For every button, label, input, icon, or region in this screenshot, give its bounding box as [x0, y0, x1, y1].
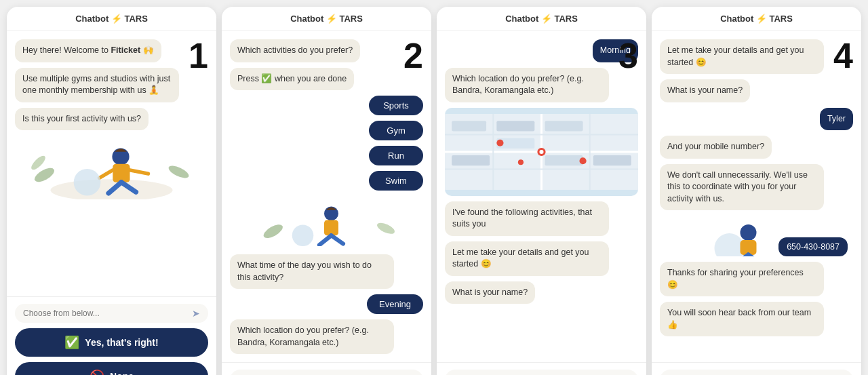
option-gym[interactable]: Gym [369, 121, 423, 140]
chat-input-area-2: ➤ [222, 362, 431, 375]
bubble-info: Use multiple gyms and studios with just … [15, 68, 179, 102]
svg-point-11 [262, 222, 285, 241]
no-icon: 🚫 [90, 369, 104, 375]
illustration-1 [15, 138, 208, 199]
svg-line-8 [100, 170, 113, 178]
step-number-4: 4 [833, 38, 853, 73]
bubble-name-q-3: What is your name? [445, 281, 535, 304]
svg-rect-5 [113, 164, 130, 182]
bubble-question: Is this your first activity with us? [15, 108, 149, 131]
bubble-welcome: Hey there! Welcome to Fiticket 🙌 [15, 39, 161, 62]
step-number-2: 2 [403, 38, 423, 73]
svg-rect-29 [452, 155, 490, 165]
bubble-time: What time of the day you wish to do this… [230, 254, 394, 289]
svg-point-10 [74, 169, 101, 196]
illustration-2 [230, 199, 423, 246]
chat-header-2: Chatbot ⚡ TARS [222, 7, 431, 31]
step-number-3: 3 [618, 38, 638, 73]
chat-input-area-3: ➤ [437, 362, 646, 375]
svg-rect-30 [545, 155, 583, 165]
bubble-done: Press ✅ when you are done [230, 68, 354, 91]
svg-rect-25 [452, 121, 486, 131]
chat-card-3: Chatbot ⚡ TARS 3 Morning Which location … [437, 7, 646, 375]
option-run[interactable]: Run [369, 146, 423, 165]
step-number-1: 1 [189, 38, 208, 73]
svg-line-9 [130, 170, 149, 174]
map-container: Burlingame, CA, USA [445, 108, 638, 196]
svg-point-3 [167, 163, 191, 180]
chat-header-3: Chatbot ⚡ TARS [437, 7, 646, 31]
input-row-3[interactable]: ➤ [445, 370, 638, 375]
bubble-thanks-pref: Thanks for sharing your preferences 😊 [660, 262, 824, 296]
chat-input-area-1: ➤ ✅ Yes, that's right! 🚫 Nope [7, 296, 216, 375]
header-label-4: Chatbot ⚡ TARS [720, 14, 793, 24]
chat-header-1: Chatbot ⚡ TARS [7, 7, 216, 31]
chat-card-1: Chatbot ⚡ TARS 1 Hey there! Welcome to F… [7, 7, 216, 375]
bubble-tyler: Tyler [820, 108, 853, 131]
header-label-1: Chatbot ⚡ TARS [75, 14, 148, 24]
bubble-activities: Which activities do you prefer? [230, 39, 360, 62]
bubble-no-call: We don't call unnecessarily. We'll use t… [660, 164, 824, 211]
bubble-found: I've found the following activities, tha… [445, 201, 609, 236]
no-label: Nope [110, 371, 134, 375]
yes-icon: ✅ [64, 335, 79, 350]
chat-input-1[interactable] [23, 309, 188, 318]
send-button-1[interactable]: ➤ [192, 308, 200, 319]
chat-card-2: Chatbot ⚡ TARS 2 Which activities do you… [222, 7, 431, 375]
svg-point-17 [292, 225, 314, 247]
svg-rect-27 [545, 121, 583, 131]
bubble-name-q-4: What is your name? [660, 79, 750, 102]
bubble-details-4: Let me take your details and get you sta… [660, 39, 824, 74]
illustration-4-area: 650-430-8087 [660, 216, 853, 256]
svg-point-34 [496, 139, 503, 146]
svg-point-36 [518, 159, 524, 165]
chat-input-area-4: ➤ [652, 362, 861, 375]
svg-rect-31 [593, 155, 631, 165]
header-label-3: Chatbot ⚡ TARS [505, 14, 578, 24]
bubble-hear-back: You will soon hear back from our team 👍 [660, 302, 824, 336]
svg-line-15 [332, 235, 344, 243]
bubble-location-2: Which location do you prefer? (e.g. Band… [230, 319, 394, 354]
bubble-phone: 650-430-8087 [778, 237, 848, 256]
svg-line-16 [319, 235, 332, 245]
bubble-mobile-q: And your mobile number? [660, 136, 772, 159]
yes-label: Yes, that's right! [85, 337, 158, 348]
svg-point-35 [579, 157, 586, 164]
svg-point-12 [376, 220, 397, 236]
input-row-4[interactable]: ➤ [660, 370, 853, 375]
svg-rect-26 [496, 121, 534, 131]
bubble-location-q-3: Which location do you prefer? (e.g. Band… [445, 68, 609, 102]
option-sports[interactable]: Sports [369, 96, 423, 115]
chat-card-4: Chatbot ⚡ TARS 4 Let me take your detail… [652, 7, 861, 375]
no-button-1[interactable]: 🚫 Nope [15, 362, 208, 375]
bubble-details-3: Let me take your details and get you sta… [445, 241, 609, 276]
svg-point-33 [539, 149, 543, 153]
chat-body-4: 4 Let me take your details and get you s… [652, 31, 861, 362]
time-evening-btn[interactable]: Evening [367, 294, 423, 314]
svg-point-38 [741, 224, 757, 241]
svg-rect-14 [324, 220, 338, 236]
chat-body-3: 3 Morning Which location do you prefer? … [437, 31, 646, 362]
input-row-1[interactable]: ➤ [15, 304, 208, 323]
yes-button-1[interactable]: ✅ Yes, that's right! [15, 328, 208, 357]
svg-point-2 [29, 154, 47, 172]
chat-body-2: 2 Which activities do you prefer? Press … [222, 31, 431, 362]
input-row-2[interactable]: ➤ [230, 370, 423, 375]
main-container: Chatbot ⚡ TARS 1 Hey there! Welcome to F… [7, 7, 861, 375]
header-label-2: Chatbot ⚡ TARS [290, 14, 363, 24]
chat-body-1: 1 Hey there! Welcome to Fiticket 🙌 Use m… [7, 31, 216, 296]
option-swim[interactable]: Swim [369, 171, 423, 191]
chat-header-4: Chatbot ⚡ TARS [652, 7, 861, 31]
svg-point-37 [715, 233, 745, 256]
